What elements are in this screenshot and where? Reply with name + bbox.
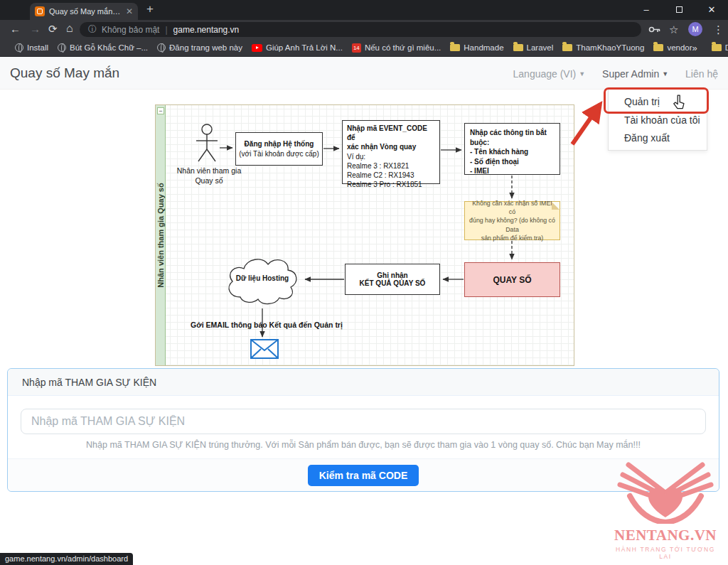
card-header: Nhập mã THAM GIA SỰ KIỆN <box>8 369 719 396</box>
folder-icon <box>712 44 722 51</box>
site-favicon-icon: 14 <box>352 43 361 53</box>
bookmark-item[interactable]: Install <box>15 43 48 52</box>
address-bar[interactable]: ⓘ Không bảo mật | game.nentang.vn <box>80 22 641 37</box>
window-close-button[interactable]: ✕ <box>695 0 728 20</box>
logo-name: NENTANG.VN <box>609 527 722 544</box>
other-bookmarks-button[interactable]: Dấu trang khác <box>712 43 728 52</box>
key-icon[interactable] <box>648 25 661 34</box>
menu-item-logout[interactable]: Đăng xuất <box>624 132 670 144</box>
folder-icon <box>653 44 663 51</box>
globe-icon <box>58 43 66 52</box>
bookmarks-bar: Install Bút Gỗ Khắc Chữ –... Đăng trang … <box>0 39 728 57</box>
browser-titlebar: Quay số May mắn | Trang chủ ✕ + – ✕ <box>0 0 728 20</box>
actor-icon <box>196 124 218 161</box>
logo-book-heart-icon <box>609 456 722 524</box>
bookmark-item[interactable]: Giúp Anh Trả Lời N... <box>252 43 343 52</box>
flowchart-image: − Nhân viên tham gia Quay số <box>155 104 574 366</box>
swimlane: Nhân viên tham gia Quay số <box>156 105 166 365</box>
window-restore-button[interactable] <box>663 0 695 20</box>
bookmark-folder[interactable]: Laravel <box>513 43 554 52</box>
nentang-logo: NENTANG.VN HÀNH TRANG TỚI TƯƠNG LAI <box>609 456 722 560</box>
cloud-label: Dữ liệu Hosting <box>228 274 296 282</box>
node-spin: QUAY SỐ <box>464 262 560 297</box>
globe-icon <box>15 43 23 52</box>
bookmark-folder[interactable]: Handmade <box>450 43 503 52</box>
new-tab-button[interactable]: + <box>146 2 154 16</box>
bookmark-item[interactable]: 14Nếu có thứ gì miêu... <box>352 43 441 53</box>
highlight-box-annotation <box>604 87 709 114</box>
logo-tagline: HÀNH TRANG TỚI TƯƠNG LAI <box>609 546 722 560</box>
youtube-icon <box>252 44 262 52</box>
chevron-down-icon: ▼ <box>662 70 668 77</box>
forward-icon[interactable]: → <box>30 23 41 35</box>
actor-label: Nhân viên tham gia Quay số <box>173 166 245 185</box>
email-label: Gởi EMAIL thông báo Kết quả đến Quản trị <box>170 321 363 329</box>
security-label: Không bảo mật <box>102 25 159 35</box>
node-event-code: Nhập mã EVENT_CODE để xác nhận Vòng quay… <box>342 120 440 184</box>
bookmark-item[interactable]: Bút Gỗ Khắc Chữ –... <box>58 43 148 52</box>
hand-cursor-icon <box>672 95 687 109</box>
address-url: game.nentang.vn <box>173 25 240 35</box>
nav-contact[interactable]: Liên hệ <box>685 68 718 80</box>
email-icon <box>251 340 278 358</box>
folder-icon <box>450 44 460 51</box>
globe-icon <box>157 43 166 52</box>
node-login: Đăng nhập Hệ thống (với Tài khoản được c… <box>235 132 323 166</box>
status-url: game.nentang.vn/admin/dashboard <box>0 553 133 565</box>
bookmark-item[interactable]: Đăng trang web này <box>157 43 242 52</box>
browser-tab[interactable]: Quay số May mắn | Trang chủ ✕ <box>30 3 138 20</box>
page-title: Quay số May mắn <box>10 65 119 81</box>
profile-avatar[interactable]: M <box>688 22 702 36</box>
bookmarks-overflow-button[interactable]: » <box>692 43 697 53</box>
home-icon[interactable]: ⌂ <box>66 22 73 35</box>
collapse-icon: − <box>157 107 164 114</box>
node-required-info: Nhập các thông tin bắt buộc: - Tên khách… <box>464 123 560 175</box>
tab-close-icon[interactable]: ✕ <box>126 6 133 16</box>
event-code-input[interactable] <box>21 409 706 434</box>
info-icon[interactable]: ⓘ <box>88 23 97 36</box>
nav-user-menu[interactable]: Super Admin ▼ <box>602 68 668 80</box>
site-header: Quay số May mắn Language (VI) ▼ Super Ad… <box>0 57 728 90</box>
back-icon[interactable]: ← <box>10 23 21 35</box>
check-code-button[interactable]: Kiểm tra mã CODE <box>308 465 419 486</box>
tab-title: Quay số May mắn | Trang chủ <box>49 7 122 16</box>
browser-menu-icon[interactable]: ⋮ <box>713 23 724 36</box>
bookmark-folder[interactable]: vendor <box>653 43 692 52</box>
menu-item-my-account[interactable]: Tài khoản của tôi <box>624 114 700 126</box>
node-result: Ghi nhận KẾT QUẢ QUAY SỐ <box>345 264 440 295</box>
bookmark-star-icon[interactable]: ☆ <box>669 23 678 36</box>
chevron-down-icon: ▼ <box>579 70 585 77</box>
window-minimize-button[interactable]: – <box>630 0 663 20</box>
folder-icon <box>513 44 523 51</box>
nav-language[interactable]: Language (VI) ▼ <box>513 68 586 80</box>
node-note: Không cần xác nhận số IMEI có đúng hay k… <box>464 201 560 240</box>
folder-icon <box>562 44 572 51</box>
tab-favicon-icon <box>35 6 45 16</box>
reload-icon[interactable]: ⟳ <box>48 23 58 36</box>
card-help-text: Nhập mã THAM GIA SỰ KIỆN trúng thưởng. V… <box>8 440 719 450</box>
bookmark-folder[interactable]: ThamKhaoYTuong <box>562 43 644 52</box>
